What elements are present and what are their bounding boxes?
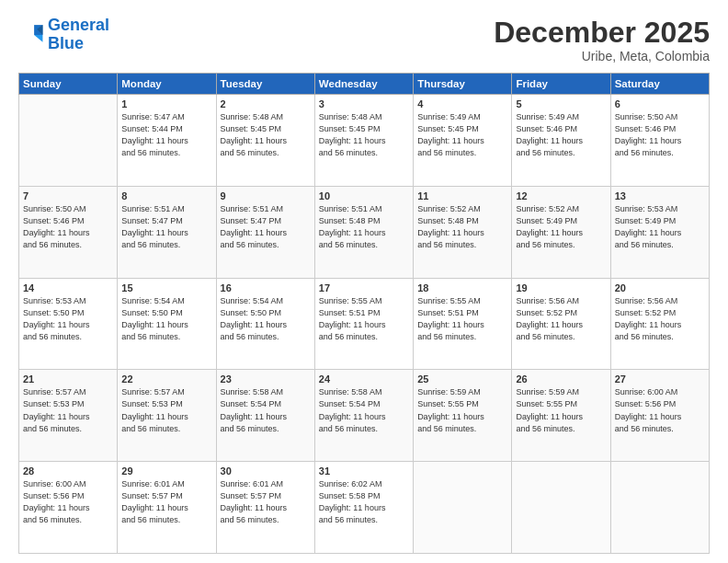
day-number: 19 [516, 282, 606, 293]
logo-line1: General [48, 16, 109, 34]
day-number: 7 [23, 190, 113, 201]
day-cell: 21Sunrise: 5:57 AMSunset: 5:53 PMDayligh… [19, 370, 118, 462]
day-cell: 3Sunrise: 5:48 AMSunset: 5:45 PMDaylight… [314, 95, 413, 187]
day-number: 30 [221, 465, 311, 477]
day-cell [414, 462, 512, 554]
day-info: Sunrise: 5:51 AMSunset: 5:48 PMDaylight:… [319, 203, 409, 251]
day-info: Sunrise: 5:59 AMSunset: 5:55 PMDaylight:… [516, 386, 606, 434]
day-cell: 4Sunrise: 5:49 AMSunset: 5:45 PMDaylight… [414, 95, 512, 187]
day-cell: 27Sunrise: 6:00 AMSunset: 5:56 PMDayligh… [610, 370, 709, 462]
col-wednesday: Wednesday [314, 74, 413, 95]
week-row-1: 7Sunrise: 5:50 AMSunset: 5:46 PMDaylight… [19, 186, 710, 278]
calendar-table: Sunday Monday Tuesday Wednesday Thursday… [18, 73, 710, 554]
day-cell: 28Sunrise: 6:00 AMSunset: 5:56 PMDayligh… [19, 462, 118, 554]
col-tuesday: Tuesday [216, 74, 314, 95]
day-number: 10 [319, 190, 409, 201]
header: General Blue December 2025 Uribe, Meta, … [18, 17, 710, 63]
day-info: Sunrise: 5:52 AMSunset: 5:49 PMDaylight:… [516, 203, 606, 251]
day-cell: 20Sunrise: 5:56 AMSunset: 5:52 PMDayligh… [610, 278, 709, 370]
day-number: 3 [319, 98, 409, 109]
day-info: Sunrise: 5:54 AMSunset: 5:50 PMDaylight:… [121, 295, 211, 343]
day-info: Sunrise: 5:56 AMSunset: 5:52 PMDaylight:… [516, 295, 606, 343]
day-number: 23 [221, 373, 311, 385]
day-info: Sunrise: 5:47 AMSunset: 5:44 PMDaylight:… [121, 111, 211, 159]
day-cell [512, 462, 610, 554]
day-number: 31 [319, 465, 409, 477]
day-info: Sunrise: 5:55 AMSunset: 5:51 PMDaylight:… [319, 295, 409, 343]
header-row: Sunday Monday Tuesday Wednesday Thursday… [19, 74, 710, 95]
day-info: Sunrise: 5:54 AMSunset: 5:50 PMDaylight:… [221, 295, 311, 343]
day-info: Sunrise: 5:53 AMSunset: 5:49 PMDaylight:… [615, 203, 705, 251]
day-cell: 1Sunrise: 5:47 AMSunset: 5:44 PMDaylight… [118, 95, 216, 187]
day-cell: 12Sunrise: 5:52 AMSunset: 5:49 PMDayligh… [512, 186, 610, 278]
day-number: 16 [221, 282, 311, 293]
day-number: 1 [121, 98, 211, 109]
day-info: Sunrise: 5:49 AMSunset: 5:45 PMDaylight:… [417, 111, 507, 159]
day-info: Sunrise: 5:59 AMSunset: 5:55 PMDaylight:… [417, 386, 507, 434]
col-thursday: Thursday [414, 74, 512, 95]
col-sunday: Sunday [19, 74, 118, 95]
day-cell: 2Sunrise: 5:48 AMSunset: 5:45 PMDaylight… [216, 95, 314, 187]
day-cell [19, 95, 118, 187]
day-number: 8 [121, 190, 211, 201]
day-info: Sunrise: 5:53 AMSunset: 5:50 PMDaylight:… [23, 295, 113, 343]
day-number: 11 [417, 190, 507, 201]
day-cell: 24Sunrise: 5:58 AMSunset: 5:54 PMDayligh… [314, 370, 413, 462]
day-number: 2 [221, 98, 311, 109]
day-number: 22 [121, 373, 211, 385]
day-cell: 23Sunrise: 5:58 AMSunset: 5:54 PMDayligh… [216, 370, 314, 462]
day-info: Sunrise: 6:01 AMSunset: 5:57 PMDaylight:… [121, 478, 211, 526]
day-number: 13 [615, 190, 705, 201]
day-cell: 10Sunrise: 5:51 AMSunset: 5:48 PMDayligh… [314, 186, 413, 278]
title-block: December 2025 Uribe, Meta, Colombia [494, 17, 710, 63]
day-info: Sunrise: 6:02 AMSunset: 5:58 PMDaylight:… [319, 478, 409, 526]
day-cell: 9Sunrise: 5:51 AMSunset: 5:47 PMDaylight… [216, 186, 314, 278]
main-title: December 2025 [494, 17, 710, 49]
day-number: 27 [615, 373, 705, 385]
day-number: 25 [417, 373, 507, 385]
day-cell: 15Sunrise: 5:54 AMSunset: 5:50 PMDayligh… [118, 278, 216, 370]
day-cell: 18Sunrise: 5:55 AMSunset: 5:51 PMDayligh… [414, 278, 512, 370]
day-cell: 25Sunrise: 5:59 AMSunset: 5:55 PMDayligh… [414, 370, 512, 462]
day-info: Sunrise: 5:48 AMSunset: 5:45 PMDaylight:… [221, 111, 311, 159]
day-cell: 22Sunrise: 5:57 AMSunset: 5:53 PMDayligh… [118, 370, 216, 462]
day-info: Sunrise: 6:00 AMSunset: 5:56 PMDaylight:… [23, 478, 113, 526]
day-number: 29 [121, 465, 211, 477]
day-info: Sunrise: 5:57 AMSunset: 5:53 PMDaylight:… [121, 386, 211, 434]
day-number: 26 [516, 373, 606, 385]
logo-line2: Blue [48, 34, 84, 52]
day-info: Sunrise: 5:48 AMSunset: 5:45 PMDaylight:… [319, 111, 409, 159]
day-number: 15 [121, 282, 211, 293]
day-number: 14 [23, 282, 113, 293]
logo-text: General Blue [48, 17, 109, 53]
day-number: 21 [23, 373, 113, 385]
day-cell: 11Sunrise: 5:52 AMSunset: 5:48 PMDayligh… [414, 186, 512, 278]
week-row-3: 21Sunrise: 5:57 AMSunset: 5:53 PMDayligh… [19, 370, 710, 462]
day-cell: 14Sunrise: 5:53 AMSunset: 5:50 PMDayligh… [19, 278, 118, 370]
day-info: Sunrise: 5:50 AMSunset: 5:46 PMDaylight:… [23, 203, 113, 251]
week-row-2: 14Sunrise: 5:53 AMSunset: 5:50 PMDayligh… [19, 278, 710, 370]
day-cell: 16Sunrise: 5:54 AMSunset: 5:50 PMDayligh… [216, 278, 314, 370]
col-saturday: Saturday [610, 74, 709, 95]
day-info: Sunrise: 6:01 AMSunset: 5:57 PMDaylight:… [221, 478, 311, 526]
page: General Blue December 2025 Uribe, Meta, … [0, 0, 728, 563]
day-info: Sunrise: 5:50 AMSunset: 5:46 PMDaylight:… [615, 111, 705, 159]
day-info: Sunrise: 5:52 AMSunset: 5:48 PMDaylight:… [417, 203, 507, 251]
day-info: Sunrise: 5:58 AMSunset: 5:54 PMDaylight:… [319, 386, 409, 434]
day-number: 4 [417, 98, 507, 109]
day-cell: 29Sunrise: 6:01 AMSunset: 5:57 PMDayligh… [118, 462, 216, 554]
day-info: Sunrise: 5:56 AMSunset: 5:52 PMDaylight:… [615, 295, 705, 343]
day-cell: 17Sunrise: 5:55 AMSunset: 5:51 PMDayligh… [314, 278, 413, 370]
day-cell: 7Sunrise: 5:50 AMSunset: 5:46 PMDaylight… [19, 186, 118, 278]
day-cell: 6Sunrise: 5:50 AMSunset: 5:46 PMDaylight… [610, 95, 709, 187]
day-info: Sunrise: 5:51 AMSunset: 5:47 PMDaylight:… [121, 203, 211, 251]
logo: General Blue [18, 17, 109, 53]
day-cell: 5Sunrise: 5:49 AMSunset: 5:46 PMDaylight… [512, 95, 610, 187]
week-row-0: 1Sunrise: 5:47 AMSunset: 5:44 PMDaylight… [19, 95, 710, 187]
day-number: 24 [319, 373, 409, 385]
logo-icon [18, 22, 44, 48]
day-cell [610, 462, 709, 554]
day-number: 17 [319, 282, 409, 293]
day-number: 28 [23, 465, 113, 477]
day-info: Sunrise: 5:55 AMSunset: 5:51 PMDaylight:… [417, 295, 507, 343]
